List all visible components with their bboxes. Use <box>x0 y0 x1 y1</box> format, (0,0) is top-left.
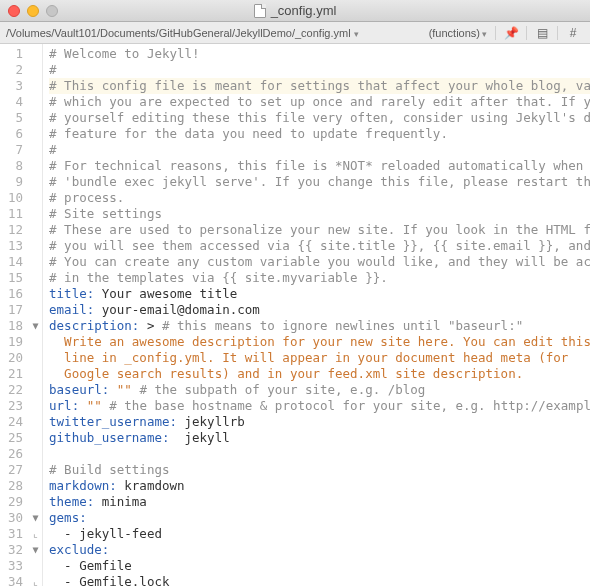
fold-empty <box>29 366 42 382</box>
code-line[interactable]: # you will see them accessed via {{ site… <box>49 238 590 254</box>
fold-empty <box>29 302 42 318</box>
code-line[interactable]: exclude: <box>49 542 590 558</box>
functions-popup[interactable]: (functions)▾ <box>429 27 487 39</box>
code-token: title: <box>49 286 94 301</box>
line-number: 31 <box>0 526 29 542</box>
line-number: 19 <box>0 334 29 350</box>
code-line[interactable]: # You can create any custom variable you… <box>49 254 590 270</box>
fold-empty <box>29 62 42 78</box>
code-line[interactable]: github_username: jekyll <box>49 430 590 446</box>
fold-empty <box>29 558 42 574</box>
code-line[interactable]: title: Your awesome title <box>49 286 590 302</box>
line-number: 21 <box>0 366 29 382</box>
code-line[interactable]: - Gemfile.lock <box>49 574 590 586</box>
minimize-icon[interactable] <box>27 5 39 17</box>
fold-empty <box>29 190 42 206</box>
code-line[interactable] <box>49 446 590 462</box>
code-line[interactable]: - jekyll-feed <box>49 526 590 542</box>
code-token: # Build settings <box>49 462 169 477</box>
code-token: # this means to ignore newlines until "b… <box>162 318 523 333</box>
code-line[interactable]: # This config file is meant for settings… <box>49 78 590 94</box>
code-token: > <box>139 318 162 333</box>
fold-column: ▼▼⌞▼⌞ <box>29 44 43 586</box>
navigation-toolbar: /Volumes/Vault101/Documents/GitHubGenera… <box>0 22 590 44</box>
fold-toggle-icon[interactable]: ▼ <box>29 318 42 334</box>
fold-empty <box>29 254 42 270</box>
code-line[interactable]: # process. <box>49 190 590 206</box>
fold-toggle-icon[interactable]: ▼ <box>29 510 42 526</box>
code-line[interactable]: baseurl: "" # the subpath of your site, … <box>49 382 590 398</box>
code-line[interactable]: # which you are expected to set up once … <box>49 94 590 110</box>
code-line[interactable]: markdown: kramdown <box>49 478 590 494</box>
code-token: # 'bundle exec jekyll serve'. If you cha… <box>49 174 590 189</box>
code-token: - Gemfile.lock <box>49 574 169 586</box>
code-token: jekyll <box>169 430 229 445</box>
fold-empty <box>29 414 42 430</box>
code-line[interactable]: # 'bundle exec jekyll serve'. If you cha… <box>49 174 590 190</box>
hash-icon[interactable]: # <box>565 26 581 40</box>
line-number: 20 <box>0 350 29 366</box>
code-line[interactable]: # yourself editing these this file very … <box>49 110 590 126</box>
code-token: "" <box>117 382 132 397</box>
code-token: Write an awesome description for your ne… <box>49 334 590 349</box>
fold-empty <box>29 158 42 174</box>
code-token: your-email@domain.com <box>94 302 260 317</box>
code-line[interactable]: # Site settings <box>49 206 590 222</box>
fold-end-icon: ⌞ <box>29 574 42 586</box>
pin-icon[interactable]: 📌 <box>503 26 519 40</box>
code-editor[interactable]: 1234567891011121314151617181920212223242… <box>0 44 590 586</box>
close-icon[interactable] <box>8 5 20 17</box>
code-line[interactable]: # For technical reasons, this file is *N… <box>49 158 590 174</box>
code-line[interactable]: # in the templates via {{ site.myvariabl… <box>49 270 590 286</box>
fold-empty <box>29 478 42 494</box>
code-line[interactable]: # Build settings <box>49 462 590 478</box>
code-line[interactable]: Google search results) and in your feed.… <box>49 366 590 382</box>
file-path[interactable]: /Volumes/Vault101/Documents/GitHubGenera… <box>6 27 359 39</box>
code-line[interactable]: url: "" # the base hostname & protocol f… <box>49 398 590 414</box>
code-token: # feature for the data you need to updat… <box>49 126 448 141</box>
code-token: # process. <box>49 190 124 205</box>
code-token: # <box>49 62 57 77</box>
code-token: # Welcome to Jekyll! <box>49 46 200 61</box>
code-token: email: <box>49 302 94 317</box>
code-line[interactable]: # Welcome to Jekyll! <box>49 46 590 62</box>
stack-icon[interactable]: ▤ <box>534 26 550 40</box>
code-line[interactable]: # <box>49 142 590 158</box>
code-token <box>79 398 87 413</box>
fold-toggle-icon[interactable]: ▼ <box>29 542 42 558</box>
code-line[interactable]: description: > # this means to ignore ne… <box>49 318 590 334</box>
code-line[interactable]: - Gemfile <box>49 558 590 574</box>
document-icon <box>254 4 266 18</box>
code-line[interactable]: gems: <box>49 510 590 526</box>
fold-empty <box>29 350 42 366</box>
separator <box>495 26 496 40</box>
line-number: 22 <box>0 382 29 398</box>
code-token: jekyllrb <box>177 414 245 429</box>
code-token: # the base hostname & protocol for your … <box>109 398 590 413</box>
code-line[interactable]: Write an awesome description for your ne… <box>49 334 590 350</box>
code-line[interactable]: twitter_username: jekyllrb <box>49 414 590 430</box>
line-number: 23 <box>0 398 29 414</box>
code-token <box>109 382 117 397</box>
code-area[interactable]: # Welcome to Jekyll!## This config file … <box>43 44 590 586</box>
line-number: 25 <box>0 430 29 446</box>
separator <box>557 26 558 40</box>
code-token: # This config file is meant for settings… <box>49 78 590 93</box>
code-token: # <box>49 142 57 157</box>
separator <box>526 26 527 40</box>
zoom-icon[interactable] <box>46 5 58 17</box>
code-line[interactable]: # <box>49 62 590 78</box>
code-line[interactable]: email: your-email@domain.com <box>49 302 590 318</box>
fold-empty <box>29 286 42 302</box>
code-line[interactable]: theme: minima <box>49 494 590 510</box>
line-number: 3 <box>0 78 29 94</box>
code-token: markdown: <box>49 478 117 493</box>
line-number: 7 <box>0 142 29 158</box>
line-number: 2 <box>0 62 29 78</box>
code-token: Google search results) and in your feed.… <box>49 366 523 381</box>
code-line[interactable]: # These are used to personalize your new… <box>49 222 590 238</box>
code-line[interactable]: # feature for the data you need to updat… <box>49 126 590 142</box>
code-token: # You can create any custom variable you… <box>49 254 590 269</box>
code-line[interactable]: line in _config.yml. It will appear in y… <box>49 350 590 366</box>
line-number: 18 <box>0 318 29 334</box>
